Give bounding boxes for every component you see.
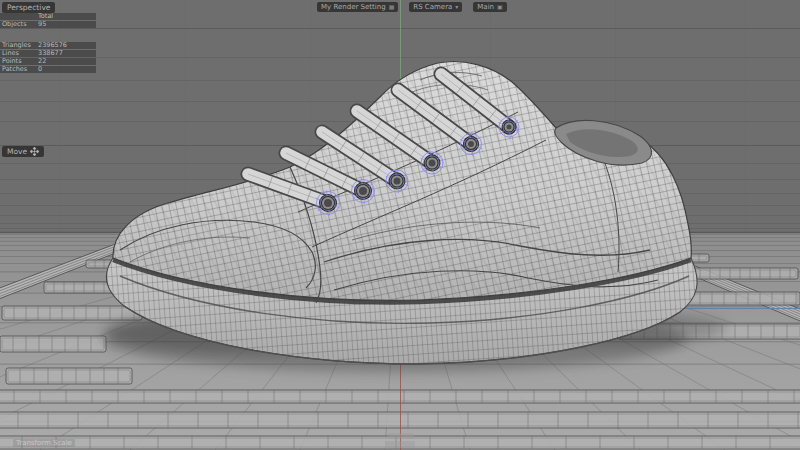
status-hint: Transform Scale [13, 439, 75, 447]
stat-triangles: Triangles 2396576 [0, 42, 96, 49]
stats-header-row: Total [0, 13, 96, 20]
stat-patches: Patches 0 [0, 66, 96, 73]
stats-header: Total [38, 13, 96, 20]
camera-button[interactable]: RS Camera ▾ [409, 2, 462, 12]
axis-label-badge [385, 441, 415, 448]
move-tool-icon [30, 147, 39, 156]
stat-points: Points 22 [0, 58, 96, 65]
render-setting-button[interactable]: My Render Setting ▦ [317, 2, 398, 12]
active-tool-label[interactable]: Move [2, 146, 44, 157]
take-icon: ▣ [497, 3, 503, 11]
take-button[interactable]: Main ▣ [473, 2, 506, 12]
axis-label-badge [388, 433, 414, 439]
stat-objects: Objects 95 [0, 21, 96, 28]
viewport-canvas[interactable] [0, 0, 800, 450]
viewport: Perspective Total Objects 95 Triangles 2… [0, 0, 800, 450]
chevron-down-icon: ▾ [455, 3, 458, 11]
viewport-toolbar: My Render Setting ▦ RS Camera ▾ Main ▣ [317, 2, 507, 12]
hud-statistics: Total Objects 95 Triangles 2396576 Lines… [0, 13, 96, 74]
stat-lines: Lines 338677 [0, 50, 96, 57]
render-settings-icon: ▦ [389, 3, 395, 11]
